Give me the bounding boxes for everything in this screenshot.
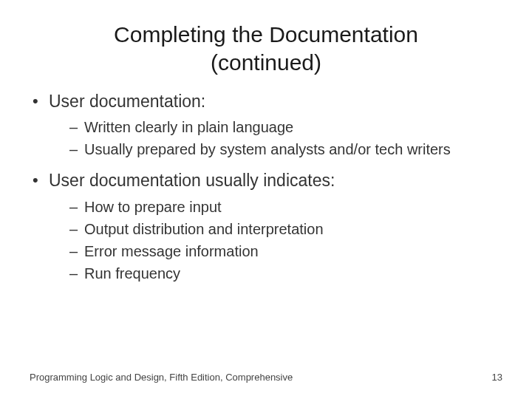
footer-source: Programming Logic and Design, Fifth Edit…	[30, 372, 293, 383]
sub-bullet-text: Run frequency	[84, 265, 180, 282]
list-item: Error message information	[69, 241, 502, 262]
list-item: User documentation: Written clearly in p…	[30, 89, 502, 160]
sub-list: Written clearly in plain language Usuall…	[49, 117, 502, 160]
slide-title: Completing the Documentation (continued)	[0, 0, 532, 76]
list-item: Run frequency	[69, 263, 502, 284]
sub-bullet-text: Written clearly in plain language	[84, 119, 293, 135]
bullet-list: User documentation: Written clearly in p…	[30, 89, 502, 284]
list-item: How to prepare input	[69, 197, 502, 217]
sub-bullet-text: How to prepare input	[84, 199, 222, 215]
bullet-text: User documentation:	[49, 92, 205, 111]
list-item: Usually prepared by system analysts and/…	[69, 139, 502, 160]
sub-bullet-text: Output distribution and interpretation	[84, 221, 324, 237]
list-item: User documentation usually indicates: Ho…	[30, 168, 502, 283]
list-item: Output distribution and interpretation	[69, 219, 502, 239]
slide: Completing the Documentation (continued)…	[0, 0, 532, 399]
title-line-1: Completing the Documentation	[114, 22, 418, 47]
sub-bullet-text: Usually prepared by system analysts and/…	[84, 141, 451, 157]
sub-list: How to prepare input Output distribution…	[49, 197, 502, 284]
bullet-text: User documentation usually indicates:	[49, 171, 335, 190]
sub-bullet-text: Error message information	[84, 243, 259, 259]
title-line-2: (continued)	[211, 50, 321, 75]
page-number: 13	[492, 372, 502, 383]
list-item: Written clearly in plain language	[69, 117, 502, 137]
slide-body: User documentation: Written clearly in p…	[0, 76, 532, 284]
